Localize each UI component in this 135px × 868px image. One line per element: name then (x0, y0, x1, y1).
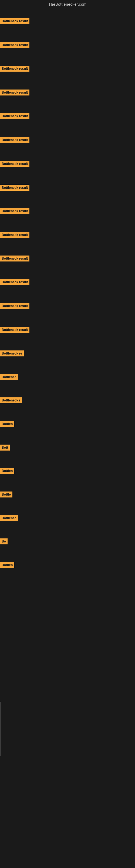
bottleneck-item-24[interactable]: Bottlen (0, 562, 14, 568)
bottleneck-item-1[interactable]: Bottleneck result (0, 18, 30, 24)
bottleneck-item-18[interactable]: Bottlen (0, 421, 14, 427)
bottleneck-item-19[interactable]: Bott (0, 444, 10, 451)
bottleneck-item-17[interactable]: Bottleneck r (0, 397, 22, 403)
bottleneck-item-14[interactable]: Bottleneck result (0, 327, 30, 333)
bottleneck-item-7[interactable]: Bottleneck result (0, 161, 30, 167)
bottleneck-item-23[interactable]: Bo (0, 538, 8, 545)
bottleneck-item-4[interactable]: Bottleneck result (0, 90, 30, 95)
bottleneck-item-16[interactable]: Bottlenec (0, 374, 18, 380)
bottleneck-item-2[interactable]: Bottleneck result (0, 42, 30, 48)
site-title: TheBottlenecker.com (0, 0, 135, 9)
bottleneck-item-8[interactable]: Bottleneck result (0, 185, 30, 191)
vertical-line (1, 702, 1, 756)
bottleneck-item-12[interactable]: Bottleneck result (0, 279, 30, 285)
bottleneck-item-20[interactable]: Bottlen (0, 468, 14, 474)
bottleneck-item-5[interactable]: Bottleneck result (0, 113, 30, 119)
items-container: Bottleneck resultBottleneck resultBottle… (0, 10, 135, 715)
bottleneck-item-13[interactable]: Bottleneck result (0, 303, 30, 309)
bottleneck-item-9[interactable]: Bottleneck result (0, 208, 30, 214)
bottleneck-item-3[interactable]: Bottleneck result (0, 66, 30, 72)
bottleneck-item-6[interactable]: Bottleneck result (0, 137, 30, 143)
bottleneck-item-10[interactable]: Bottleneck result (0, 232, 30, 238)
bottleneck-item-22[interactable]: Bottlenec (0, 515, 18, 521)
bottleneck-item-11[interactable]: Bottleneck result (0, 255, 30, 261)
bottleneck-item-21[interactable]: Bottle (0, 492, 12, 497)
bottleneck-item-15[interactable]: Bottleneck re (0, 350, 24, 356)
